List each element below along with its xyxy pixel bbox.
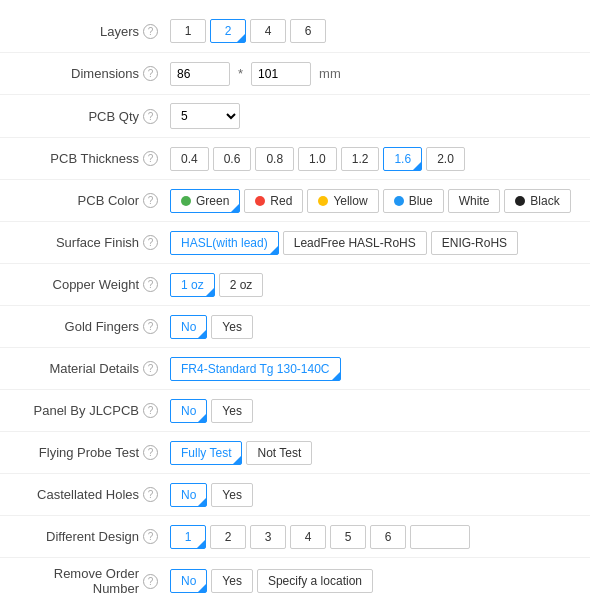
copperweight-row: Copper Weight ? 1 oz 2 oz [0, 263, 590, 305]
pcbcolor-red[interactable]: Red [244, 189, 303, 213]
flyingprobetest-help-icon[interactable]: ? [143, 445, 158, 460]
materialdetails-row: Material Details ? FR4-Standard Tg 130-1… [0, 347, 590, 389]
layers-controls: 1 2 4 6 [170, 19, 326, 43]
surfacefinish-leadfree[interactable]: LeadFree HASL-RoHS [283, 231, 427, 255]
green-label: Green [196, 194, 229, 208]
surfacefinish-help-icon[interactable]: ? [143, 235, 158, 250]
goldfingers-help-icon[interactable]: ? [143, 319, 158, 334]
panelbyjlcpcb-no[interactable]: No [170, 399, 207, 423]
layers-help-icon[interactable]: ? [143, 24, 158, 39]
dimensions-width-input[interactable] [170, 62, 230, 86]
pcbcolor-black[interactable]: Black [504, 189, 570, 213]
differentdesign-2[interactable]: 2 [210, 525, 246, 549]
pcbthickness-option-08[interactable]: 0.8 [255, 147, 294, 171]
pcbqty-label: PCB Qty ? [10, 109, 170, 124]
pcbthickness-option-20[interactable]: 2.0 [426, 147, 465, 171]
flyingprobetest-row: Flying Probe Test ? Fully Test Not Test [0, 431, 590, 473]
removeordernumber-specify[interactable]: Specify a location [257, 569, 373, 593]
castellatedholes-label: Castellated Holes ? [10, 487, 170, 502]
materialdetails-fr4[interactable]: FR4-Standard Tg 130-140C [170, 357, 341, 381]
pcbthickness-label-text: PCB Thickness [50, 151, 139, 166]
differentdesign-3[interactable]: 3 [250, 525, 286, 549]
pcbcolor-label: PCB Color ? [10, 193, 170, 208]
differentdesign-1[interactable]: 1 [170, 525, 206, 549]
pcbthickness-help-icon[interactable]: ? [143, 151, 158, 166]
castellatedholes-help-icon[interactable]: ? [143, 487, 158, 502]
differentdesign-5[interactable]: 5 [330, 525, 366, 549]
pcbcolor-white[interactable]: White [448, 189, 501, 213]
pcbcolor-controls: Green Red Yellow Blue White Black [170, 189, 571, 213]
flyingprobetest-label-text: Flying Probe Test [39, 445, 139, 460]
pcbqty-help-icon[interactable]: ? [143, 109, 158, 124]
pcbcolor-row: PCB Color ? Green Red Yellow Blue White … [0, 179, 590, 221]
pcbcolor-label-text: PCB Color [78, 193, 139, 208]
panelbyjlcpcb-label: Panel By JLCPCB ? [10, 403, 170, 418]
layers-option-1[interactable]: 1 [170, 19, 206, 43]
castellatedholes-no[interactable]: No [170, 483, 207, 507]
differentdesign-extra-input[interactable] [410, 525, 470, 549]
white-label: White [459, 194, 490, 208]
flyingprobetest-not[interactable]: Not Test [246, 441, 312, 465]
dimensions-help-icon[interactable]: ? [143, 66, 158, 81]
copperweight-2oz[interactable]: 2 oz [219, 273, 264, 297]
layers-option-6[interactable]: 6 [290, 19, 326, 43]
pcbqty-label-text: PCB Qty [88, 109, 139, 124]
pcbthickness-option-16[interactable]: 1.6 [383, 147, 422, 171]
flyingprobetest-fully[interactable]: Fully Test [170, 441, 242, 465]
removeordernumber-help-icon[interactable]: ? [143, 574, 158, 589]
black-label: Black [530, 194, 559, 208]
pcbqty-controls: 5 10 15 20 25 30 50 75 100 [170, 103, 240, 129]
panelbyjlcpcb-yes[interactable]: Yes [211, 399, 253, 423]
flyingprobetest-label: Flying Probe Test ? [10, 445, 170, 460]
goldfingers-controls: No Yes [170, 315, 253, 339]
yellow-dot [318, 196, 328, 206]
goldfingers-label: Gold Fingers ? [10, 319, 170, 334]
differentdesign-controls: 1 2 3 4 5 6 [170, 525, 470, 549]
copperweight-help-icon[interactable]: ? [143, 277, 158, 292]
castellatedholes-yes[interactable]: Yes [211, 483, 253, 507]
materialdetails-label: Material Details ? [10, 361, 170, 376]
surfacefinish-enig[interactable]: ENIG-RoHS [431, 231, 518, 255]
differentdesign-6[interactable]: 6 [370, 525, 406, 549]
pcbcolor-help-icon[interactable]: ? [143, 193, 158, 208]
materialdetails-help-icon[interactable]: ? [143, 361, 158, 376]
pcbcolor-blue[interactable]: Blue [383, 189, 444, 213]
layers-row: Layers ? 1 2 4 6 [0, 10, 590, 52]
dimensions-unit: mm [319, 66, 341, 81]
black-dot [515, 196, 525, 206]
panelbyjlcpcb-help-icon[interactable]: ? [143, 403, 158, 418]
pcbthickness-option-06[interactable]: 0.6 [213, 147, 252, 171]
surfacefinish-row: Surface Finish ? HASL(with lead) LeadFre… [0, 221, 590, 263]
differentdesign-row: Different Design ? 1 2 3 4 5 6 [0, 515, 590, 557]
dimensions-height-input[interactable] [251, 62, 311, 86]
pcbcolor-green[interactable]: Green [170, 189, 240, 213]
blue-dot [394, 196, 404, 206]
dimensions-separator: * [238, 66, 243, 81]
layers-option-2[interactable]: 2 [210, 19, 246, 43]
pcbthickness-label: PCB Thickness ? [10, 151, 170, 166]
pcbthickness-option-12[interactable]: 1.2 [341, 147, 380, 171]
pcbthickness-option-04[interactable]: 0.4 [170, 147, 209, 171]
copperweight-label-text: Copper Weight [53, 277, 139, 292]
removeordernumber-no[interactable]: No [170, 569, 207, 593]
surfacefinish-label-text: Surface Finish [56, 235, 139, 250]
dimensions-controls: * mm [170, 62, 341, 86]
flyingprobetest-controls: Fully Test Not Test [170, 441, 312, 465]
surfacefinish-hasl[interactable]: HASL(with lead) [170, 231, 279, 255]
pcbqty-select[interactable]: 5 10 15 20 25 30 50 75 100 [170, 103, 240, 129]
goldfingers-yes[interactable]: Yes [211, 315, 253, 339]
differentdesign-4[interactable]: 4 [290, 525, 326, 549]
materialdetails-controls: FR4-Standard Tg 130-140C [170, 357, 341, 381]
differentdesign-help-icon[interactable]: ? [143, 529, 158, 544]
copperweight-1oz[interactable]: 1 oz [170, 273, 215, 297]
pcbthickness-option-10[interactable]: 1.0 [298, 147, 337, 171]
goldfingers-no[interactable]: No [170, 315, 207, 339]
pcbqty-row: PCB Qty ? 5 10 15 20 25 30 50 75 100 [0, 94, 590, 137]
dimensions-row: Dimensions ? * mm [0, 52, 590, 94]
goldfingers-row: Gold Fingers ? No Yes [0, 305, 590, 347]
removeordernumber-yes[interactable]: Yes [211, 569, 253, 593]
removeordernumber-row: Remove Order Number ? No Yes Specify a l… [0, 557, 590, 600]
layers-option-4[interactable]: 4 [250, 19, 286, 43]
pcbcolor-yellow[interactable]: Yellow [307, 189, 378, 213]
layers-label-text: Layers [100, 24, 139, 39]
